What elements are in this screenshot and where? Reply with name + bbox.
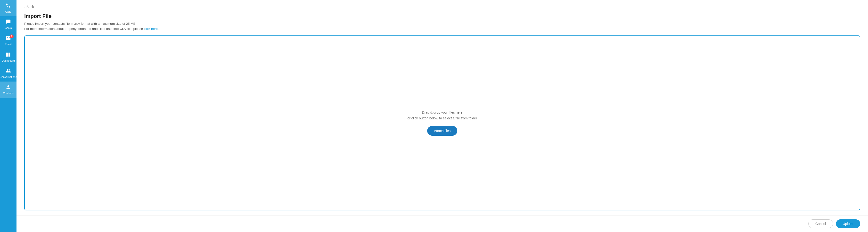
dashboard-icon	[6, 52, 11, 58]
back-chevron-icon: ‹	[24, 5, 26, 9]
click-here-link[interactable]: click here	[144, 27, 158, 31]
conversations-icon	[6, 68, 11, 75]
chat-icon	[6, 19, 11, 26]
email-badge: 2	[10, 34, 13, 38]
page-title: Import File	[24, 13, 860, 20]
sidebar-item-calls[interactable]: Calls	[0, 0, 17, 16]
sidebar-item-contacts-label: Contacts	[3, 92, 13, 95]
main-content: ‹ Back Import File Please import your co…	[17, 0, 868, 232]
sidebar-item-chats-label: Chats	[5, 26, 12, 30]
dropzone-text1: Drag & drop your files here	[422, 110, 462, 114]
drop-zone[interactable]: Drag & drop your files here or click but…	[24, 35, 860, 210]
attach-files-button[interactable]: Attach files	[427, 126, 457, 136]
desc2-prefix: For more information about properly form…	[24, 27, 144, 31]
upload-button[interactable]: Upload	[836, 220, 860, 228]
description-1: Please import your contacts file in .csv…	[24, 22, 860, 26]
sidebar-item-conversations[interactable]: Conversations	[0, 65, 17, 82]
sidebar-item-dashboard[interactable]: Dashboard	[0, 49, 17, 65]
sidebar-item-contacts[interactable]: Contacts	[0, 82, 17, 98]
sidebar-item-chats[interactable]: Chats	[0, 16, 17, 32]
action-bar: Cancel Upload	[17, 215, 868, 232]
sidebar-item-dashboard-label: Dashboard	[2, 59, 15, 62]
sidebar: Calls Chats 2 Email Dashboard	[0, 0, 17, 232]
sidebar-item-calls-label: Calls	[5, 10, 11, 13]
contacts-icon	[6, 84, 11, 91]
sidebar-item-email-label: Email	[5, 43, 12, 46]
cancel-button[interactable]: Cancel	[808, 220, 833, 228]
sidebar-item-conversations-label: Conversations	[0, 76, 17, 79]
dropzone-text2: or click button below to select a file f…	[407, 116, 477, 120]
page-container: ‹ Back Import File Please import your co…	[17, 0, 868, 215]
back-label: Back	[26, 5, 34, 9]
desc2-suffix: .	[158, 27, 159, 31]
back-link[interactable]: ‹ Back	[24, 5, 34, 9]
phone-icon	[6, 3, 11, 9]
sidebar-item-email[interactable]: 2 Email	[0, 32, 17, 49]
description-2: For more information about properly form…	[24, 27, 860, 31]
